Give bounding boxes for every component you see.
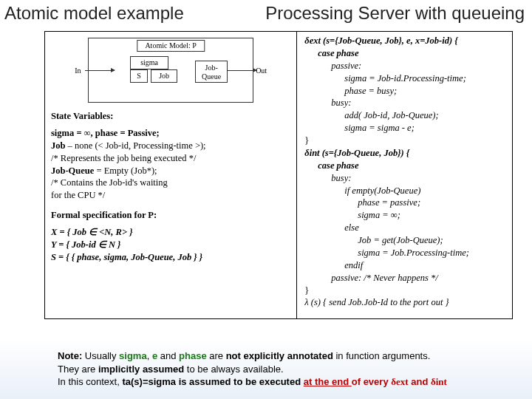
- state-variables-block: State Variables: sigma = ∞, phase = Pass…: [51, 110, 290, 202]
- case-busy: busy:: [304, 97, 508, 109]
- formal-spec-heading: Formal specification for P:: [51, 209, 290, 222]
- arrow-out-icon: [227, 70, 256, 71]
- busy-stmt2: sigma = sigma - e;: [304, 122, 508, 134]
- job-cell: Job: [151, 69, 177, 83]
- sv-comment2b: for the CPU */: [51, 189, 290, 202]
- passive-stmt1: sigma = Job-id.Processing-time;: [304, 72, 508, 85]
- lambda-fn: λ (s) { send Job.Job-Id to the port out …: [304, 296, 508, 309]
- formal-s: S = { { phase, sigma, Job-Queue, Job } }: [51, 252, 202, 262]
- note-line2: They are implicitly assumed to be always…: [58, 363, 517, 376]
- case-passive: passive:: [304, 60, 508, 72]
- dint-signature: δint (s={Job-Queue, Job}) {: [304, 148, 409, 158]
- delta-ext-icon: δext: [391, 376, 408, 387]
- in-port-label: In: [75, 66, 81, 76]
- sigma-cell: sigma: [130, 56, 168, 69]
- case-phase-2: case phase: [318, 160, 358, 171]
- out-port-label: Out: [256, 66, 267, 76]
- sv-queue-label: Job-Queue: [51, 166, 94, 176]
- note-line3: In this context, ta(s)=sigma is assumed …: [58, 375, 517, 389]
- int-case-busy: busy:: [304, 172, 508, 185]
- dext-close: }: [304, 134, 508, 147]
- if-empty: if empty(Job-Queue): [304, 185, 508, 197]
- note-line1: Note: Usually sigma, e and phase are not…: [58, 349, 517, 363]
- if-stmt2: sigma = ∞;: [304, 209, 508, 222]
- busy-stmt1: add( Job-id, Job-Queue);: [304, 109, 508, 122]
- sv-comment1: /* Represents the job being executed */: [51, 152, 290, 165]
- else-stmt2: sigma = Job.Processing-time;: [304, 247, 508, 259]
- right-column: δext (s={Job-Queue, Job}, e, x=Job-id) {…: [297, 32, 512, 318]
- s-cell: S: [130, 69, 148, 83]
- dext-signature: δext (s={Job-Queue, Job}, e, x=Job-id) {: [304, 35, 457, 46]
- diagram-title-box: Atomic Model: P: [137, 40, 204, 52]
- model-diagram: In Atomic Model: P sigma S Job Job-Queue…: [75, 38, 267, 103]
- slide-header: Atomic model example Processing Server w…: [0, 0, 532, 25]
- content-frame: In Atomic Model: P sigma S Job Job-Queue…: [44, 31, 513, 319]
- int-case-passive: passive: /* Never happens */: [304, 272, 508, 284]
- sv-queue-desc: = Empty (Job*);: [94, 166, 157, 176]
- dint-close: }: [304, 284, 508, 297]
- delta-int-icon: δint: [431, 376, 447, 387]
- else: else: [304, 222, 508, 234]
- sv-comment2a: /* Contains the Job-id's waiting: [51, 177, 290, 189]
- state-variables-heading: State Variables:: [51, 110, 290, 123]
- passive-stmt2: phase = busy;: [304, 85, 508, 98]
- sv-line1: sigma = ∞, phase = Passive;: [51, 128, 160, 138]
- if-stmt1: phase = passive;: [304, 197, 508, 209]
- title-right: Processing Server with queueing: [265, 3, 525, 24]
- sv-job-label: Job: [51, 140, 65, 151]
- formal-spec-block: Formal specification for P: X = { Job ∈ …: [51, 209, 290, 264]
- case-phase-1: case phase: [318, 48, 358, 58]
- title-left: Atomic model example: [4, 3, 184, 24]
- endif: endif: [304, 259, 508, 272]
- sv-job-desc: – none (< Job-id, Processing-time >);: [65, 140, 205, 151]
- formal-y: Y = { Job-id ∈ N }: [51, 239, 120, 250]
- left-column: In Atomic Model: P sigma S Job Job-Queue…: [45, 32, 297, 318]
- footnote: Note: Usually sigma, e and phase are not…: [58, 349, 517, 389]
- queue-cell: Job-Queue: [195, 61, 228, 83]
- else-stmt1: Job = get(Job-Queue);: [304, 234, 508, 247]
- formal-x: X = { Job ∈ <N, R> }: [51, 227, 133, 237]
